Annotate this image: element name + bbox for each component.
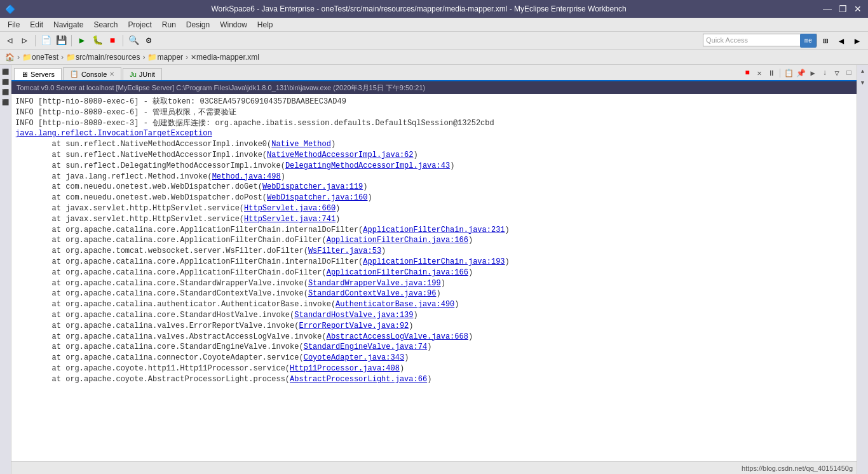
menu-window[interactable]: Window	[215, 19, 252, 30]
console-line: at org.apache.tomcat.websocket.server.Ws…	[15, 246, 853, 257]
menu-project[interactable]: Project	[123, 19, 156, 30]
stack-prefix: at org.apache.catalina.authenticator.Aut…	[15, 300, 336, 309]
console-tab-close[interactable]: ✕	[109, 71, 114, 78]
stack-link[interactable]: AbstractProcessorLight.java:66	[290, 375, 427, 384]
menu-file[interactable]: File	[3, 19, 25, 30]
stack-link[interactable]: HttpServlet.java:660	[244, 204, 336, 213]
stack-link[interactable]: Method.java:498	[212, 172, 281, 181]
stack-link[interactable]: CoyoteAdapter.java:343	[304, 353, 404, 362]
stack-link[interactable]: DelegatingMethodAccessorImpl.java:43	[285, 161, 450, 170]
tb-settings-button[interactable]: ⚙	[142, 34, 156, 48]
breadcrumb-project[interactable]: 📁oneTest	[22, 53, 58, 62]
stack-suffix: )	[368, 193, 372, 202]
tb-new-button[interactable]: 📄	[39, 34, 53, 48]
stack-link[interactable]: Native Method	[271, 140, 331, 149]
tab-servers-label: Servers	[31, 71, 55, 78]
stack-suffix: )	[437, 289, 441, 298]
tb-next-button[interactable]: ▶	[850, 34, 864, 48]
stack-link[interactable]: AbstractAccessLogValve.java:668	[327, 332, 468, 341]
rs-icon-1[interactable]: ▲	[858, 67, 867, 76]
stack-link[interactable]: ApplicationFilterChain.java:231	[363, 226, 505, 234]
stack-suffix: )	[381, 247, 386, 255]
left-icon-3[interactable]: ⬛	[1, 88, 10, 97]
stack-link[interactable]: ApplicationFilterChain.java:193	[363, 257, 505, 266]
stack-link[interactable]: HttpServlet.java:741	[244, 215, 336, 224]
breadcrumb-sep-1: ›	[61, 53, 64, 62]
tb-search-button[interactable]: 🔍	[126, 34, 140, 48]
tb-prev-button[interactable]: ◀	[834, 34, 848, 48]
stack-link[interactable]: StandardContextValve.java:96	[308, 289, 437, 298]
stack-prefix: at org.apache.catalina.valves.ErrorRepor…	[15, 322, 299, 330]
console-output[interactable]: INFO [http-nio-8080-exec-6] - 获取token: 0…	[11, 94, 857, 461]
left-icon-1[interactable]: ⬛	[1, 67, 10, 76]
console-pin-icon[interactable]: 📌	[796, 68, 806, 78]
breadcrumb-file[interactable]: ✕media-mapper.xml	[191, 53, 259, 62]
restore-button[interactable]: ❐	[837, 4, 848, 14]
stack-link[interactable]: StandardEngineValve.java:74	[304, 342, 427, 351]
right-sidebar: ▲ ▼	[857, 65, 868, 474]
tb-profile-button[interactable]: me	[800, 34, 817, 48]
menu-run[interactable]: Run	[157, 19, 181, 30]
breadcrumb-mapper[interactable]: 📁mapper	[147, 53, 183, 62]
console-stop-icon[interactable]: ■	[742, 68, 752, 78]
console-minimize-icon[interactable]: ▽	[832, 68, 842, 78]
console-line[interactable]: java.lang.reflect.InvocationTargetExcept…	[15, 128, 853, 139]
stack-link[interactable]: ApplicationFilterChain.java:166	[327, 236, 468, 245]
stack-suffix: )	[404, 353, 409, 362]
menu-search[interactable]: Search	[88, 19, 123, 30]
toolbar: ◁ ▷ 📄 💾 ▶ 🐛 ■ 🔍 ⚙ Quick Access 🔍 me ⊞ ◀ …	[0, 32, 868, 50]
stack-link[interactable]: AuthenticatorBase.java:490	[336, 300, 454, 309]
tb-debug-button[interactable]: 🐛	[90, 34, 104, 48]
console-clear-icon[interactable]: ✕	[754, 68, 764, 78]
stack-link[interactable]: Http11Processor.java:408	[290, 364, 400, 373]
minimize-button[interactable]: —	[822, 4, 832, 14]
stack-suffix: )	[468, 268, 473, 277]
tb-run-button[interactable]: ▶	[75, 34, 89, 48]
console-expand-icon[interactable]: □	[844, 68, 854, 78]
tb-forward-button[interactable]: ▷	[18, 34, 32, 48]
stack-suffix: )	[336, 204, 340, 213]
rs-icon-2[interactable]: ▼	[858, 79, 867, 88]
junit-icon: Ju	[130, 71, 137, 78]
tab-servers[interactable]: 🖥 Servers	[14, 68, 62, 80]
breadcrumb-resources[interactable]: 📁src/main/resources	[66, 53, 140, 62]
console-line: at org.apache.catalina.core.StandardEngi…	[15, 342, 853, 353]
stack-link[interactable]: WebDispatcher.java:160	[267, 193, 367, 202]
tab-junit[interactable]: Ju JUnit	[123, 68, 162, 80]
menu-navigate[interactable]: Navigate	[48, 19, 88, 30]
console-line: at org.apache.catalina.core.ApplicationF…	[15, 235, 853, 246]
console-line: at sun.reflect.NativeMethodAccessorImpl.…	[15, 150, 853, 161]
left-icon-2[interactable]: ⬛	[1, 78, 10, 86]
tb-perspectives-button[interactable]: ⊞	[818, 34, 832, 48]
console-down-icon[interactable]: ↓	[820, 68, 830, 78]
console-line: at javax.servlet.http.HttpServlet.servic…	[15, 203, 853, 214]
console-pause-icon[interactable]: ⏸	[766, 68, 776, 78]
stack-link[interactable]: ApplicationFilterChain.java:166	[327, 268, 468, 277]
console-arrow-right-icon[interactable]: ▶	[808, 68, 818, 78]
console-copy-icon[interactable]: 📋	[783, 68, 794, 78]
close-button[interactable]: ✕	[853, 4, 863, 14]
tab-console[interactable]: 📋 Console ✕	[63, 67, 121, 80]
console-line: at org.apache.catalina.connector.CoyoteA…	[15, 353, 853, 363]
left-icon-4[interactable]: ⬛	[1, 98, 10, 107]
menu-help[interactable]: Help	[252, 19, 278, 30]
stack-prefix: at com.neuedu.onetest.web.WebDispatcher.…	[15, 182, 262, 191]
stack-suffix: )	[505, 226, 510, 234]
exception-link[interactable]: java.lang.reflect.InvocationTargetExcept…	[15, 129, 212, 138]
tb-stop-button[interactable]: ■	[105, 34, 119, 48]
menu-edit[interactable]: Edit	[25, 19, 48, 30]
breadcrumb-sep-3: ›	[186, 53, 188, 62]
menu-design[interactable]: Design	[181, 19, 215, 30]
stack-link[interactable]: NativeMethodAccessorImpl.java:62	[267, 151, 413, 159]
stack-link[interactable]: WsFilter.java:53	[308, 247, 381, 255]
stack-prefix: at org.apache.catalina.core.StandardEngi…	[15, 342, 304, 351]
stack-link[interactable]: StandardHostValve.java:139	[294, 311, 413, 320]
console-line: at org.apache.catalina.authenticator.Aut…	[15, 299, 853, 310]
stack-link[interactable]: StandardWrapperValve.java:199	[308, 279, 441, 288]
breadcrumb-mapper-icon: 📁	[147, 53, 157, 62]
tb-save-button[interactable]: 💾	[54, 34, 68, 48]
breadcrumb-sep-0: ›	[17, 53, 20, 62]
tb-back-button[interactable]: ◁	[3, 34, 17, 48]
stack-link[interactable]: ErrorReportValve.java:92	[299, 322, 409, 330]
stack-link[interactable]: WebDispatcher.java:119	[262, 182, 363, 191]
